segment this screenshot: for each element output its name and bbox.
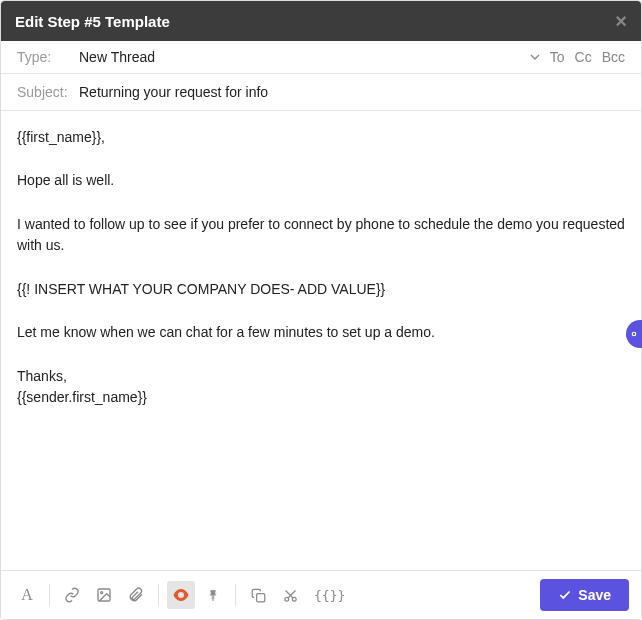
body-line: Hope all is well.	[17, 170, 625, 192]
preview-icon[interactable]	[167, 581, 195, 609]
chevron-down-icon[interactable]	[530, 54, 540, 60]
modal-header: Edit Step #5 Template ×	[1, 1, 641, 41]
body-line: I wanted to follow up to see if you pref…	[17, 214, 625, 257]
to-button[interactable]: To	[550, 49, 565, 65]
type-row: Type: New Thread To Cc Bcc	[1, 41, 641, 74]
body-line: Thanks,	[17, 366, 625, 388]
bcc-button[interactable]: Bcc	[602, 49, 625, 65]
eye-icon	[627, 327, 641, 341]
svg-rect-3	[256, 593, 264, 601]
subject-row: Subject: Returning your request for info	[1, 74, 641, 111]
edit-template-modal: Edit Step #5 Template × Type: New Thread…	[0, 0, 642, 620]
image-icon[interactable]	[90, 581, 118, 609]
svg-point-7	[633, 333, 635, 335]
text-format-button[interactable]: A	[13, 581, 41, 609]
subject-label: Subject:	[17, 84, 79, 100]
attachment-icon[interactable]	[122, 581, 150, 609]
subject-input[interactable]: Returning your request for info	[79, 84, 625, 100]
copy-icon[interactable]	[244, 581, 272, 609]
cut-icon[interactable]	[276, 581, 304, 609]
pin-icon[interactable]	[199, 581, 227, 609]
email-body-editor[interactable]: {{first_name}}, Hope all is well. I want…	[1, 111, 641, 570]
variables-button[interactable]: {{}}	[308, 588, 351, 603]
toolbar-divider	[49, 584, 50, 606]
recipient-buttons: To Cc Bcc	[550, 49, 625, 65]
editor-toolbar: A	[1, 570, 641, 619]
svg-rect-2	[212, 596, 213, 601]
toolbar-divider	[235, 584, 236, 606]
body-line: {{sender.first_name}}	[17, 387, 625, 409]
type-select[interactable]: New Thread	[79, 49, 530, 65]
body-line: {{! INSERT WHAT YOUR COMPANY DOES- ADD V…	[17, 279, 625, 301]
body-line: {{first_name}},	[17, 127, 625, 149]
svg-point-1	[101, 592, 103, 594]
save-button[interactable]: Save	[540, 579, 629, 611]
cc-button[interactable]: Cc	[575, 49, 592, 65]
close-icon[interactable]: ×	[615, 11, 627, 31]
type-label: Type:	[17, 49, 79, 65]
toolbar-divider	[158, 584, 159, 606]
link-icon[interactable]	[58, 581, 86, 609]
modal-title: Edit Step #5 Template	[15, 13, 170, 30]
body-line: Let me know when we can chat for a few m…	[17, 322, 625, 344]
checkmark-icon	[558, 588, 572, 602]
